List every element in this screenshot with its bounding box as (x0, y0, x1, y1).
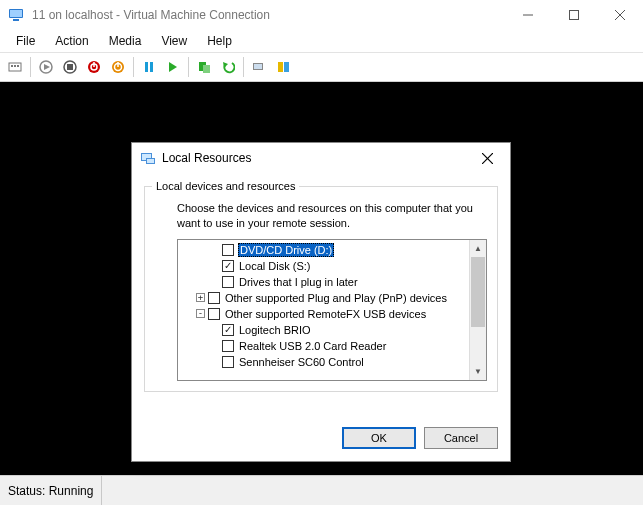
tree-label: Sennheiser SC60 Control (238, 356, 365, 368)
share-button[interactable] (272, 56, 294, 78)
menu-view[interactable]: View (151, 32, 197, 50)
expand-icon[interactable]: + (196, 293, 205, 302)
tree-label: Logitech BRIO (238, 324, 312, 336)
tree-item-pnp[interactable]: + Other supported Plug and Play (PnP) de… (178, 290, 469, 306)
scroll-down-button[interactable]: ▼ (470, 363, 486, 380)
statusbar: Status: Running (0, 475, 643, 505)
close-button[interactable] (597, 0, 643, 30)
svg-rect-14 (67, 64, 73, 70)
tree-item-dvd[interactable]: DVD/CD Drive (D:) (178, 242, 469, 258)
collapse-icon[interactable]: - (196, 309, 205, 318)
scroll-track[interactable] (470, 257, 486, 363)
vmconnect-icon (8, 7, 24, 23)
tree-item-sennheiser[interactable]: Sennheiser SC60 Control (178, 354, 469, 370)
dialog-body: Local devices and resources Choose the d… (132, 173, 510, 417)
tree-label: Local Disk (S:) (238, 260, 312, 272)
tree-label: DVD/CD Drive (D:) (238, 243, 334, 257)
minimize-button[interactable] (505, 0, 551, 30)
tree-item-brio[interactable]: Logitech BRIO (178, 322, 469, 338)
groupbox-label: Local devices and resources (152, 180, 299, 192)
titlebar: 11 on localhost - Virtual Machine Connec… (0, 0, 643, 30)
reset-button[interactable] (162, 56, 184, 78)
pause-button[interactable] (138, 56, 160, 78)
svg-rect-2 (13, 19, 19, 21)
dialog-icon (140, 150, 156, 166)
svg-rect-4 (570, 11, 579, 20)
tree-label: Drives that I plug in later (238, 276, 359, 288)
checkbox[interactable] (222, 244, 234, 256)
maximize-button[interactable] (551, 0, 597, 30)
checkbox[interactable] (208, 308, 220, 320)
tree-scrollbar[interactable]: ▲ ▼ (469, 240, 486, 380)
start-button[interactable] (35, 56, 57, 78)
svg-rect-9 (14, 65, 16, 67)
tree-item-local-disk[interactable]: Local Disk (S:) (178, 258, 469, 274)
dialog-button-row: OK Cancel (132, 417, 510, 461)
device-tree: DVD/CD Drive (D:) Local Disk (S:) Drives… (177, 239, 487, 381)
tree-label: Realtek USB 2.0 Card Reader (238, 340, 387, 352)
svg-rect-8 (11, 65, 13, 67)
status-text: Status: Running (8, 476, 102, 505)
tree-item-remotefx[interactable]: - Other supported RemoteFX USB devices (178, 306, 469, 322)
checkpoint-button[interactable] (193, 56, 215, 78)
tree-item-plug-later[interactable]: Drives that I plug in later (178, 274, 469, 290)
svg-rect-22 (150, 62, 153, 72)
menubar: File Action Media View Help (0, 30, 643, 52)
enhanced-session-button[interactable] (248, 56, 270, 78)
ok-button[interactable]: OK (342, 427, 416, 449)
tree-label: Other supported RemoteFX USB devices (224, 308, 427, 320)
svg-rect-28 (254, 64, 262, 69)
turnoff-button[interactable] (59, 56, 81, 78)
dialog-title-text: Local Resources (162, 151, 472, 165)
menu-media[interactable]: Media (99, 32, 152, 50)
svg-rect-25 (203, 65, 210, 73)
checkbox[interactable] (222, 324, 234, 336)
dialog-description: Choose the devices and resources on this… (177, 201, 487, 231)
svg-rect-30 (284, 62, 289, 72)
scroll-up-button[interactable]: ▲ (470, 240, 486, 257)
toolbar-separator (133, 57, 134, 77)
svg-marker-12 (44, 64, 50, 70)
window-controls (505, 0, 643, 30)
groupbox: Choose the devices and resources on this… (144, 186, 498, 392)
svg-rect-34 (147, 159, 154, 163)
tree-label: Other supported Plug and Play (PnP) devi… (224, 292, 448, 304)
toolbar-separator (188, 57, 189, 77)
toolbar (0, 52, 643, 82)
dialog-close-button[interactable] (472, 143, 502, 173)
vm-display-area[interactable]: Local Resources Local devices and resour… (0, 82, 643, 475)
revert-button[interactable] (217, 56, 239, 78)
menu-action[interactable]: Action (45, 32, 98, 50)
svg-rect-10 (17, 65, 19, 67)
checkbox[interactable] (208, 292, 220, 304)
local-resources-dialog: Local Resources Local devices and resour… (131, 142, 511, 462)
svg-rect-21 (145, 62, 148, 72)
menu-file[interactable]: File (6, 32, 45, 50)
tree-body[interactable]: DVD/CD Drive (D:) Local Disk (S:) Drives… (178, 240, 469, 380)
checkbox[interactable] (222, 276, 234, 288)
checkbox[interactable] (222, 356, 234, 368)
checkbox[interactable] (222, 340, 234, 352)
scroll-thumb[interactable] (471, 257, 485, 327)
shutdown-button[interactable] (83, 56, 105, 78)
svg-marker-23 (169, 62, 177, 72)
toolbar-separator (30, 57, 31, 77)
ctrl-alt-del-button[interactable] (4, 56, 26, 78)
dialog-titlebar: Local Resources (132, 143, 510, 173)
window-title: 11 on localhost - Virtual Machine Connec… (32, 8, 505, 22)
cancel-button[interactable]: Cancel (424, 427, 498, 449)
checkbox[interactable] (222, 260, 234, 272)
toolbar-separator (243, 57, 244, 77)
svg-rect-1 (10, 10, 22, 17)
tree-item-realtek[interactable]: Realtek USB 2.0 Card Reader (178, 338, 469, 354)
svg-rect-29 (278, 62, 283, 72)
menu-help[interactable]: Help (197, 32, 242, 50)
save-button[interactable] (107, 56, 129, 78)
